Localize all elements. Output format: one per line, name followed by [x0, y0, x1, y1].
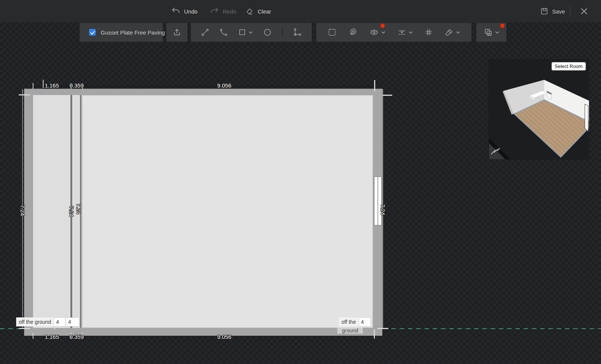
duplicate-layout-icon [483, 27, 493, 37]
paint-brush-button[interactable] [444, 27, 461, 37]
close-button[interactable] [580, 0, 589, 23]
off-ground-left-input-a[interactable] [54, 317, 66, 326]
dim-tick [374, 329, 375, 338]
partition-line [82, 95, 83, 328]
dim-tick [374, 80, 375, 91]
dim-label-left: 7.24 [20, 205, 26, 216]
dim-label-top-2: 0.359 [69, 82, 84, 89]
level-align-button[interactable] [397, 27, 413, 37]
notification-dot [500, 24, 504, 28]
top-bar: Undo Redo Clear Save [0, 0, 601, 23]
undo-button[interactable]: Undo [171, 0, 198, 23]
off-ground-right-control: off the [339, 317, 371, 326]
chevron-down-icon [408, 30, 413, 35]
undo-label: Undo [184, 8, 198, 15]
rect-tool-button[interactable] [238, 28, 253, 37]
view-tools-panel [316, 23, 471, 42]
topbar-divider [570, 6, 570, 17]
chevron-down-icon [381, 30, 386, 35]
redo-label: Redo [223, 8, 236, 15]
off-ground-left-input-b[interactable] [66, 317, 79, 326]
paving-checkbox[interactable] [89, 29, 96, 36]
dim-label-inner-b: 7.24 [76, 203, 82, 214]
grid-icon[interactable] [424, 28, 433, 37]
dim-tick [19, 94, 30, 95]
redo-button[interactable]: Redo [210, 0, 236, 23]
select-room-button[interactable]: Select Room [551, 62, 586, 71]
wall-window[interactable] [374, 177, 382, 225]
tape-measure-icon[interactable] [348, 27, 358, 37]
upload-icon[interactable] [172, 27, 182, 37]
rect-tool-icon [238, 28, 247, 37]
off-ground-right-label-wrap: ground [337, 328, 363, 334]
arc-tool-icon[interactable] [219, 28, 228, 37]
circle-tool-icon[interactable] [263, 27, 272, 37]
window-mullion [378, 177, 378, 225]
guide-line-right [383, 328, 601, 329]
room-floor-left-strip[interactable] [33, 95, 71, 328]
visibility-button[interactable] [369, 27, 386, 37]
dim-label-top-1: 1.165 [45, 82, 59, 89]
dim-label-bottom-1: 1.165 [45, 334, 59, 340]
dim-tick [33, 333, 33, 339]
dim-line-top [33, 86, 374, 87]
notification-dot [381, 24, 385, 28]
chevron-down-icon [495, 30, 500, 35]
dim-label-right: 7.24 [380, 204, 386, 215]
chevron-down-icon [248, 30, 253, 35]
dim-label-inner-a: 7.24 [68, 206, 75, 217]
dim-label-top-3: 9.056 [217, 82, 231, 89]
dim-tick [19, 328, 30, 329]
draw-tools-panel [191, 23, 312, 42]
save-icon [540, 7, 549, 16]
level-align-icon [397, 27, 407, 37]
dim-line-bottom [33, 336, 374, 337]
paint-brush-icon [444, 27, 454, 37]
paving-panel: Gusset Plate Free Paving [80, 23, 163, 42]
redo-icon [210, 6, 219, 16]
room-3d-preview[interactable]: Select Room [488, 59, 589, 160]
dim-label-bottom-2: 0.359 [69, 334, 84, 340]
duplicate-layout-button[interactable] [483, 27, 500, 37]
dim-tick [33, 83, 33, 89]
clear-button[interactable]: Clear [245, 0, 271, 23]
clear-icon [245, 7, 254, 16]
paving-checkbox-label[interactable]: Gusset Plate Free Paving [101, 29, 165, 36]
save-label: Save [552, 8, 565, 15]
polyline-tool-icon[interactable] [292, 27, 302, 37]
room-floor[interactable] [33, 95, 373, 328]
off-ground-right-label: off the [339, 317, 359, 326]
close-icon [580, 7, 589, 16]
dim-tick [43, 80, 44, 88]
off-ground-left-label: off the ground [16, 317, 54, 326]
off-ground-right-input[interactable] [359, 317, 371, 326]
undo-icon [171, 6, 181, 16]
dim-tick [382, 95, 392, 96]
marquee-select-icon[interactable] [327, 27, 337, 37]
clear-label: Clear [258, 8, 271, 15]
line-tool-icon[interactable] [201, 28, 210, 37]
upload-panel [166, 23, 187, 42]
tools-divider [282, 27, 283, 37]
visibility-icon [369, 27, 379, 37]
room-3d-render [488, 59, 589, 160]
chevron-down-icon [456, 30, 461, 35]
off-ground-left-control: off the ground [16, 317, 79, 326]
dim-label-bottom-3: 9.056 [217, 334, 231, 340]
save-button[interactable]: Save [540, 0, 565, 23]
dim-tick [377, 328, 388, 329]
